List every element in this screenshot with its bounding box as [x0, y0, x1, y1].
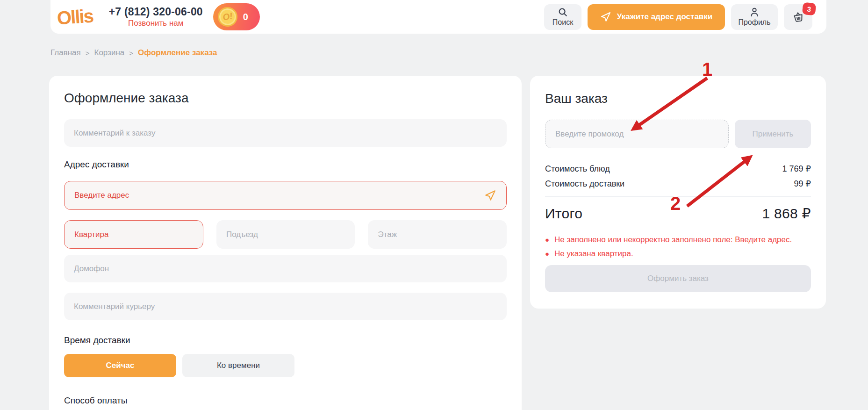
set-delivery-address-button[interactable]: Укажите адрес доставки	[588, 4, 725, 30]
breadcrumb-home[interactable]: Главная	[50, 48, 81, 58]
cart-count-badge: 3	[802, 2, 817, 15]
phone-block: +7 (812) 320-06-00 Позвонить нам	[109, 6, 203, 28]
delivery-time-label: Время доставки	[64, 335, 507, 345]
apply-promo-button[interactable]: Применить	[735, 120, 811, 148]
order-comment-input[interactable]	[64, 119, 507, 147]
validation-errors: ● Не заполнено или некорректно заполнено…	[545, 235, 811, 259]
delivery-cost-row: Стоимость доставки 99 ₽	[545, 179, 811, 189]
search-label: Поиск	[552, 18, 573, 27]
error-bullet: ●	[545, 249, 549, 259]
items-cost-value: 1 769 ₽	[782, 164, 811, 174]
promo-row: Применить	[545, 120, 811, 148]
profile-label: Профиль	[738, 18, 770, 27]
geolocate-icon[interactable]	[484, 189, 496, 201]
breadcrumb-separator: >	[86, 49, 90, 57]
promo-code-input[interactable]	[545, 120, 729, 148]
call-us-link[interactable]: Позвонить нам	[109, 19, 203, 28]
breadcrumb: Главная > Корзина > Оформление заказа	[50, 48, 217, 58]
bonus-coin-icon: O!	[216, 6, 239, 29]
search-icon	[558, 7, 568, 17]
delivery-cost-value: 99 ₽	[794, 179, 811, 189]
order-title: Ваш заказ	[545, 91, 811, 107]
order-summary-card: Ваш заказ Применить Стоимость блюд 1 769…	[530, 76, 826, 309]
error-item: ● Не заполнено или некорректно заполнено…	[545, 235, 811, 245]
entrance-input[interactable]	[216, 220, 355, 249]
address-input[interactable]	[64, 181, 507, 210]
breadcrumb-current: Оформление заказа	[138, 48, 217, 58]
error-bullet: ●	[545, 235, 549, 245]
bonus-count: 0	[243, 12, 248, 22]
error-text: Не указана квартира.	[554, 249, 633, 259]
profile-button[interactable]: Профиль	[731, 4, 778, 30]
grand-total-row: Итого 1 868 ₽	[545, 204, 811, 223]
error-text: Не заполнено или некорректно заполнено п…	[554, 235, 792, 245]
delivery-cost-label: Стоимость доставки	[545, 179, 624, 189]
breadcrumb-separator: >	[129, 49, 133, 57]
bonus-pill[interactable]: O! 0	[213, 3, 260, 30]
error-item: ● Не указана квартира.	[545, 249, 811, 259]
navigation-icon	[600, 11, 611, 22]
address-details-row	[64, 220, 507, 249]
payment-method-label: Способ оплаты	[64, 395, 507, 406]
checkout-form-card: Оформление заказа Адрес доставки Время д…	[49, 76, 522, 410]
items-cost-row: Стоимость блюд 1 769 ₽	[545, 164, 811, 174]
page: Ollis +7 (812) 320-06-00 Позвонить нам O…	[0, 0, 868, 410]
deliver-now-button[interactable]: Сейчас	[64, 354, 176, 377]
apartment-input[interactable]	[64, 220, 203, 249]
checkout-title: Оформление заказа	[64, 90, 507, 106]
floor-input[interactable]	[368, 220, 507, 249]
breadcrumb-cart[interactable]: Корзина	[94, 48, 124, 58]
cart-button[interactable]: 3	[784, 4, 812, 30]
grand-total-label: Итого	[545, 204, 582, 223]
delivery-time-options: Сейчас Ко времени	[64, 354, 507, 377]
ollis-logo[interactable]: Ollis	[57, 6, 93, 27]
deliver-by-time-button[interactable]: Ко времени	[182, 354, 294, 377]
courier-comment-input[interactable]	[64, 293, 507, 320]
address-field-wrap	[64, 181, 507, 210]
profile-icon	[749, 7, 760, 17]
intercom-input[interactable]	[64, 255, 507, 282]
grand-total-value: 1 868 ₽	[762, 204, 811, 223]
header: Ollis +7 (812) 320-06-00 Позвонить нам O…	[50, 0, 826, 34]
items-cost-label: Стоимость блюд	[545, 164, 610, 174]
summary-divider	[545, 196, 811, 197]
delivery-address-label: Адрес доставки	[64, 159, 507, 170]
phone-number: +7 (812) 320-06-00	[109, 6, 203, 18]
set-delivery-address-label: Укажите адрес доставки	[617, 12, 713, 22]
search-button[interactable]: Поиск	[544, 4, 581, 30]
place-order-button[interactable]: Оформить заказ	[545, 265, 811, 292]
